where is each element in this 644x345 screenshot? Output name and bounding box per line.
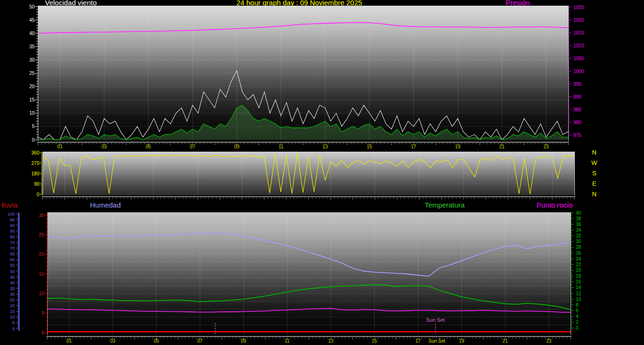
axis-tick-label: 985 <box>573 107 581 112</box>
axis-tick-label: 80 <box>10 235 15 239</box>
sunset-plot-label: Sun Set <box>426 317 445 323</box>
x-axis-label: 13 <box>328 338 334 344</box>
axis-tick-label: 995 <box>573 82 581 87</box>
axis-tick-label: 20 <box>29 84 35 89</box>
axis-tick-label: 14 <box>576 285 581 290</box>
temp-humidity-chart: 1009590858075706560555045403530252015105… <box>8 210 581 344</box>
axis-tick-label: 975 <box>573 133 581 138</box>
compass-letter: S <box>592 170 597 177</box>
x-axis-label: 09 <box>241 338 247 344</box>
axis-tick-label: 28 <box>576 245 581 250</box>
x-axis-label: 15 <box>372 338 377 344</box>
x-axis-label: 17 <box>415 338 421 344</box>
x-axis-label: 07 <box>197 338 203 344</box>
weather-24h-graph-page: Velocidad viento 24 hour graph day : 09 … <box>0 0 644 345</box>
legend-temperature: Temperatura <box>425 201 465 209</box>
x-axis-label: 11 <box>285 338 290 344</box>
axis-tick-label: 26 <box>576 251 581 256</box>
axis-tick-label: 0 <box>36 192 39 197</box>
axis-tick-label: 90 <box>34 182 40 187</box>
compass-letter: N <box>592 191 596 198</box>
x-axis-label: 05 <box>154 338 160 344</box>
wind-pressure-chart: 5045403530252015105010251020101510101005… <box>29 4 584 150</box>
axis-tick-label: 45 <box>10 275 15 280</box>
axis-tick-label: 4 <box>576 314 579 319</box>
x-axis-label: 07 <box>190 144 196 149</box>
axis-tick-label: 36 <box>576 222 581 227</box>
axis-tick-label: 0 <box>12 327 15 331</box>
axis-tick-label: 35 <box>29 44 35 49</box>
x-axis-bar <box>37 142 569 143</box>
compass-letter: W <box>591 159 598 166</box>
axis-tick-label: 15 <box>10 309 15 314</box>
x-axis-label: 09 <box>234 144 240 149</box>
axis-tick-label: 34 <box>576 227 581 233</box>
axis-tick-label: 1005 <box>573 56 584 61</box>
axis-tick-label: 1020 <box>573 18 584 23</box>
axis-tick-label: 45 <box>29 18 35 23</box>
x-axis-label: 23 <box>546 338 552 344</box>
axis-tick-label: 6 <box>576 308 579 313</box>
axis-tick-label: 980 <box>573 120 581 125</box>
axis-tick-label: 2 <box>576 319 579 325</box>
axis-tick-label: 40 <box>10 281 15 285</box>
x-axis-label: 13 <box>322 144 328 149</box>
charts-canvas: 5045403530252015105010251020101510101005… <box>0 0 644 345</box>
axis-tick-label: 40 <box>576 210 581 216</box>
x-axis-label: 03 <box>101 144 107 149</box>
x-axis-label: 01 <box>57 144 63 149</box>
axis-tick-label: 100 <box>8 212 15 217</box>
axis-tick-label: 180 <box>31 171 39 176</box>
axis-tick-label: 8 <box>576 302 579 308</box>
axis-tick-label: 55 <box>10 263 15 268</box>
compass-letter: N <box>592 149 596 156</box>
axis-tick-label: 0 <box>576 326 579 331</box>
axis-tick-label: 270 <box>31 161 39 166</box>
axis-tick-label: 1010 <box>573 43 584 48</box>
axis-tick-label: 5 <box>12 320 15 325</box>
axis-tick-label: 1025 <box>573 5 584 10</box>
legend-dewpoint: Punto rocío <box>537 201 573 209</box>
sunset-axis-label: Sun Set <box>429 338 446 344</box>
legend-humidity: Humedad <box>90 201 121 209</box>
x-axis-label: 19 <box>455 144 461 149</box>
axis-tick-label: 10 <box>29 110 35 116</box>
axis-tick-label: 22 <box>576 262 581 267</box>
axis-tick-label: 10 <box>10 315 15 319</box>
x-axis-label: 11 <box>278 144 284 149</box>
wind-direction-chart: 360270180900NWSEN <box>31 149 598 200</box>
axis-tick-label: 16 <box>576 279 581 284</box>
axis-tick-label: 1000 <box>573 69 584 74</box>
axis-tick-label: 70 <box>10 246 15 251</box>
axis-tick-label: 12 <box>576 291 581 296</box>
axis-tick-label: 30 <box>39 213 45 218</box>
axis-tick-label: 990 <box>573 94 581 100</box>
axis-tick-label: 15 <box>29 97 35 102</box>
axis-tick-label: 20 <box>10 303 15 308</box>
axis-tick-label: 10 <box>576 297 581 302</box>
axis-tick-label: 0 <box>41 330 44 336</box>
axis-tick-label: 25 <box>29 71 35 76</box>
axis-tick-label: 60 <box>10 257 15 262</box>
x-axis-label: 05 <box>146 144 152 149</box>
x-axis-label: 03 <box>110 338 116 344</box>
axis-tick-label: 5 <box>41 310 44 316</box>
axis-tick-label: 38 <box>576 216 581 221</box>
axis-tick-label: 35 <box>10 286 15 291</box>
axis-tick-label: 5 <box>32 124 35 129</box>
axis-tick-label: 18 <box>576 273 581 279</box>
axis-tick-label: 50 <box>29 4 35 9</box>
x-axis-label: 19 <box>459 338 465 344</box>
axis-tick-label: 15 <box>39 272 45 277</box>
axis-tick-label: 65 <box>10 252 15 256</box>
axis-tick-label: 360 <box>31 150 39 155</box>
axis-tick-label: 20 <box>576 268 581 273</box>
x-axis-label: 01 <box>66 338 72 344</box>
x-axis-bar <box>46 336 572 337</box>
axis-tick-label: 40 <box>29 31 35 36</box>
compass-letter: E <box>592 180 597 187</box>
axis-tick-label: 32 <box>576 233 581 238</box>
x-axis-label: 15 <box>367 144 372 149</box>
x-axis-label: 23 <box>544 144 549 149</box>
axis-tick-label: 20 <box>39 252 45 257</box>
